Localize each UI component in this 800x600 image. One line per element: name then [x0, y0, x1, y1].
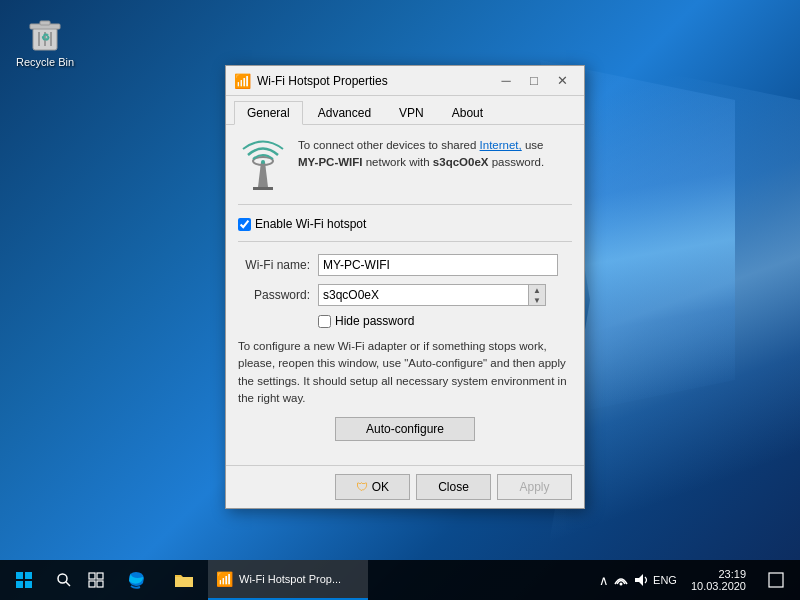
info-password-display: s3qcO0eX — [433, 156, 489, 168]
info-configure-text: To configure a new Wi-Fi adapter or if s… — [238, 338, 572, 407]
taskbar: 📶 Wi-Fi Hotspot Prop... ∧ E — [0, 560, 800, 600]
svg-rect-20 — [97, 581, 103, 587]
svg-rect-12 — [25, 572, 32, 579]
enable-wifi-label[interactable]: Enable Wi-Fi hotspot — [255, 217, 366, 231]
recycle-bin-graphic: ♻ — [25, 14, 65, 54]
recycle-bin-label: Recycle Bin — [16, 56, 74, 68]
svg-rect-11 — [16, 572, 23, 579]
taskbar-explorer-button[interactable] — [160, 560, 208, 600]
svg-rect-19 — [89, 581, 95, 587]
wifi-name-label: Wi-Fi name: — [238, 258, 318, 272]
svg-line-16 — [66, 582, 70, 586]
svg-rect-17 — [89, 573, 95, 579]
apply-button[interactable]: Apply — [497, 474, 572, 500]
dialog-footer: 🛡 OK Close Apply — [226, 465, 584, 508]
info-prefix: To connect other devices to shared — [298, 139, 480, 151]
info-section: To connect other devices to shared Inter… — [238, 137, 572, 205]
tab-vpn[interactable]: VPN — [386, 101, 437, 125]
taskbar-edge-button[interactable] — [112, 560, 160, 600]
svg-rect-14 — [25, 581, 32, 588]
password-label: Password: — [238, 288, 318, 302]
password-spinner-down[interactable]: ▼ — [529, 295, 545, 305]
systray-area: ∧ ENG — [599, 572, 677, 588]
taskbar-right: ∧ ENG 23:19 10.03.2020 — [599, 560, 800, 600]
dialog-title-text: Wi-Fi Hotspot Properties — [257, 74, 492, 88]
svg-point-21 — [620, 583, 623, 586]
edge-icon — [125, 569, 147, 591]
info-end: password. — [488, 156, 544, 168]
wifi-antenna-icon — [238, 137, 288, 192]
dialog-content: To connect other devices to shared Inter… — [226, 125, 584, 465]
svg-marker-22 — [635, 574, 643, 586]
svg-point-10 — [261, 160, 265, 164]
dialog-tabs: General Advanced VPN About — [226, 96, 584, 125]
close-window-button[interactable]: ✕ — [548, 69, 576, 93]
svg-rect-8 — [253, 187, 273, 190]
svg-rect-23 — [769, 573, 783, 587]
active-window-icon: 📶 — [216, 571, 233, 587]
wifi-name-row: Wi-Fi name: — [238, 254, 572, 276]
tab-general[interactable]: General — [234, 101, 303, 125]
maximize-button[interactable]: □ — [520, 69, 548, 93]
wifi-name-input[interactable] — [318, 254, 558, 276]
svg-rect-18 — [97, 573, 103, 579]
dialog-titlebar: 📶 Wi-Fi Hotspot Properties ─ □ ✕ — [226, 66, 584, 96]
close-button[interactable]: Close — [416, 474, 491, 500]
hide-password-row: Hide password — [318, 314, 572, 328]
svg-rect-13 — [16, 581, 23, 588]
hide-password-checkbox[interactable] — [318, 315, 331, 328]
password-row: Password: ▲ ▼ — [238, 284, 572, 306]
auto-configure-button[interactable]: Auto-configure — [335, 417, 475, 441]
dialog-title-icon: 📶 — [234, 73, 251, 89]
info-internet-link[interactable]: Internet, — [480, 139, 522, 151]
minimize-button[interactable]: ─ — [492, 69, 520, 93]
recycle-bin-icon[interactable]: ♻ Recycle Bin — [10, 10, 80, 72]
volume-icon[interactable] — [633, 572, 649, 588]
active-window-label: Wi-Fi Hotspot Prop... — [239, 573, 341, 585]
info-network-name: MY-PC-WIFI — [298, 156, 363, 168]
language-indicator[interactable]: ENG — [653, 574, 677, 586]
task-view-button[interactable] — [80, 560, 112, 600]
ok-button[interactable]: 🛡 OK — [335, 474, 410, 500]
taskbar-clock[interactable]: 23:19 10.03.2020 — [683, 568, 754, 592]
folder-icon — [173, 569, 195, 591]
password-spinner-up[interactable]: ▲ — [529, 285, 545, 295]
search-icon — [56, 572, 72, 588]
notification-icon — [768, 572, 784, 588]
password-spinner: ▲ ▼ — [528, 284, 546, 306]
enable-section: Enable Wi-Fi hotspot — [238, 217, 572, 242]
tab-about[interactable]: About — [439, 101, 496, 125]
svg-text:♻: ♻ — [41, 32, 50, 43]
info-description: To connect other devices to shared Inter… — [298, 137, 544, 172]
systray-chevron[interactable]: ∧ — [599, 573, 609, 588]
hide-password-label[interactable]: Hide password — [335, 314, 414, 328]
tab-advanced[interactable]: Advanced — [305, 101, 384, 125]
notification-button[interactable] — [760, 560, 792, 600]
windows-logo-icon — [16, 572, 32, 588]
svg-rect-2 — [40, 21, 50, 25]
wifi-hotspot-dialog: 📶 Wi-Fi Hotspot Properties ─ □ ✕ General… — [225, 65, 585, 509]
clock-date: 10.03.2020 — [691, 580, 746, 592]
task-view-icon — [88, 572, 104, 588]
password-wrapper: ▲ ▼ — [318, 284, 546, 306]
clock-time: 23:19 — [691, 568, 746, 580]
desktop: ♻ Recycle Bin 📶 Wi-Fi Hotspot Properties… — [0, 0, 800, 600]
dialog-window-controls: ─ □ ✕ — [492, 69, 576, 93]
ok-icon: 🛡 — [356, 480, 368, 494]
enable-wifi-checkbox[interactable] — [238, 218, 251, 231]
svg-point-15 — [58, 574, 67, 583]
network-icon[interactable] — [613, 572, 629, 588]
search-button[interactable] — [48, 560, 80, 600]
password-input[interactable] — [318, 284, 528, 306]
info-middle: use — [522, 139, 544, 151]
taskbar-active-window[interactable]: 📶 Wi-Fi Hotspot Prop... — [208, 560, 368, 600]
start-button[interactable] — [0, 560, 48, 600]
info-suffix: network with — [363, 156, 433, 168]
